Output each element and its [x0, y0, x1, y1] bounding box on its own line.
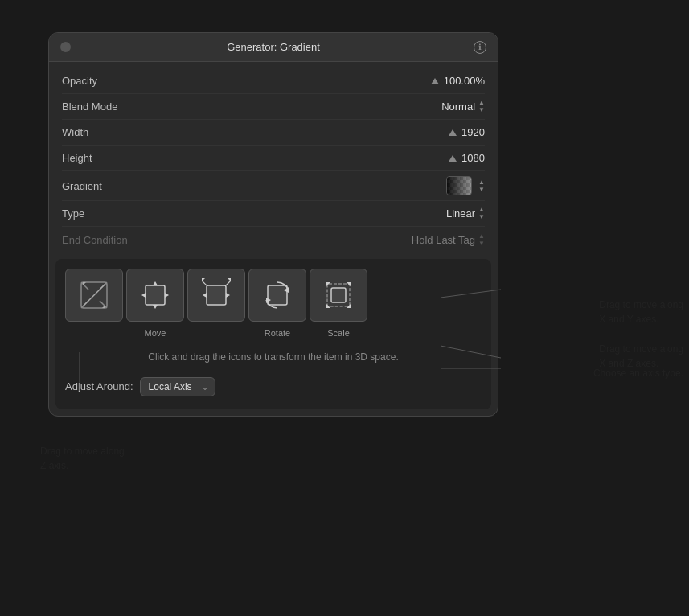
- move-xz-icon: [199, 277, 234, 313]
- height-value[interactable]: 1080: [461, 152, 485, 164]
- opacity-arrow[interactable]: [431, 78, 439, 84]
- blend-mode-value: Normal: [441, 101, 475, 113]
- end-condition-stepper: ▲ ▼: [478, 233, 485, 247]
- svg-marker-27: [326, 303, 330, 308]
- height-value-group: 1080: [449, 152, 485, 164]
- move-xy-icon: [137, 277, 173, 313]
- end-condition-row: End Condition Hold Last Tag ▲ ▼: [62, 227, 485, 253]
- opacity-label: Opacity: [62, 75, 142, 87]
- info-icon[interactable]: ℹ: [474, 41, 486, 54]
- properties-section: Opacity 100.00% Blend Mode Normal ▲ ▼: [49, 62, 498, 259]
- scale-icon: [321, 277, 356, 313]
- move-label-spacer: [65, 328, 123, 338]
- page-wrapper: Generator: Gradient ℹ Opacity 100.00% Bl…: [48, 32, 641, 420]
- callout-z-axis: Drag to move along Z axis.: [40, 444, 125, 473]
- svg-line-14: [202, 281, 207, 285]
- svg-marker-26: [347, 282, 351, 287]
- svg-rect-13: [207, 285, 226, 305]
- height-label: Height: [62, 152, 142, 164]
- callout-axis-type: Choose an axis type.: [593, 366, 683, 380]
- gradient-swatch[interactable]: [446, 176, 472, 195]
- blend-mode-stepper[interactable]: ▲ ▼: [478, 100, 485, 113]
- svg-rect-20: [268, 285, 287, 305]
- type-stepper[interactable]: ▲ ▼: [478, 207, 485, 220]
- rotate-icon: [260, 277, 295, 313]
- height-row: Height 1080: [62, 146, 485, 171]
- traffic-light[interactable]: [60, 42, 71, 52]
- move-z-button[interactable]: [65, 269, 123, 322]
- width-value[interactable]: 1920: [461, 126, 485, 138]
- adjust-around-row: Adjust Around: Local Axis World Axis Vie…: [65, 371, 482, 400]
- gradient-stepper[interactable]: ▲ ▼: [478, 179, 485, 193]
- move-label: Move: [126, 328, 184, 338]
- callout-xy-axes: Drag to move along X and Y axes.: [599, 298, 683, 326]
- width-row: Width 1920: [62, 120, 485, 146]
- move-xz-button[interactable]: [187, 269, 245, 322]
- type-row: Type Linear ▲ ▼: [62, 201, 485, 227]
- width-value-group: 1920: [449, 126, 485, 138]
- move-xz-label-spacer: [187, 328, 245, 338]
- svg-marker-25: [326, 282, 330, 287]
- width-arrow[interactable]: [449, 129, 457, 136]
- svg-rect-8: [146, 285, 165, 305]
- panel: Generator: Gradient ℹ Opacity 100.00% Bl…: [48, 32, 498, 417]
- end-condition-select: Hold Last Tag ▲ ▼: [412, 233, 485, 247]
- svg-marker-12: [165, 293, 169, 298]
- height-arrow[interactable]: [449, 155, 457, 162]
- transform-buttons: [65, 269, 482, 322]
- panel-wrapper: Generator: Gradient ℹ Opacity 100.00% Bl…: [48, 32, 498, 417]
- blend-mode-select[interactable]: Normal ▲ ▼: [441, 100, 485, 113]
- gradient-label: Gradient: [62, 180, 142, 192]
- svg-marker-10: [153, 305, 158, 309]
- move-z-icon: [76, 277, 112, 313]
- svg-marker-11: [141, 293, 146, 298]
- transform-labels-row: Move Rotate Scale: [65, 328, 482, 344]
- end-condition-label: End Condition: [62, 234, 142, 246]
- svg-marker-17: [226, 293, 230, 298]
- window-title: Generator: Gradient: [227, 41, 320, 53]
- svg-line-15: [226, 281, 231, 285]
- rotate-label: Rotate: [248, 328, 306, 338]
- move-xy-button[interactable]: [126, 269, 184, 322]
- adjust-around-wrapper[interactable]: Local Axis World Axis View Axis: [140, 377, 215, 396]
- scale-button[interactable]: [310, 269, 367, 322]
- type-label: Type: [62, 207, 142, 220]
- adjust-around-select[interactable]: Local Axis World Axis View Axis: [140, 377, 215, 396]
- transform-section: Move Rotate Scale Click and drag the ico…: [55, 259, 491, 409]
- width-label: Width: [62, 126, 142, 138]
- svg-marker-19: [228, 278, 231, 281]
- type-value: Linear: [446, 207, 475, 220]
- rotate-button[interactable]: [248, 269, 306, 322]
- gradient-controls: ▲ ▼: [446, 176, 485, 195]
- svg-rect-24: [331, 288, 346, 302]
- opacity-value-group: 100.00%: [431, 75, 485, 87]
- scale-label: Scale: [310, 328, 367, 338]
- svg-marker-18: [202, 278, 205, 281]
- titlebar: Generator: Gradient ℹ: [49, 33, 498, 62]
- svg-marker-28: [347, 303, 351, 308]
- blend-mode-label: Blend Mode: [62, 101, 142, 113]
- blend-mode-row: Blend Mode Normal ▲ ▼: [62, 94, 485, 120]
- adjust-around-label: Adjust Around:: [65, 380, 133, 392]
- type-select[interactable]: Linear ▲ ▼: [446, 207, 485, 220]
- opacity-value[interactable]: 100.00%: [444, 75, 485, 87]
- transform-hint: Click and drag the icons to transform th…: [65, 344, 482, 371]
- svg-marker-9: [153, 281, 158, 285]
- gradient-row: Gradient ▲ ▼: [62, 171, 485, 201]
- svg-marker-16: [203, 293, 207, 298]
- end-condition-value: Hold Last Tag: [412, 234, 475, 246]
- opacity-row: Opacity 100.00%: [62, 68, 485, 94]
